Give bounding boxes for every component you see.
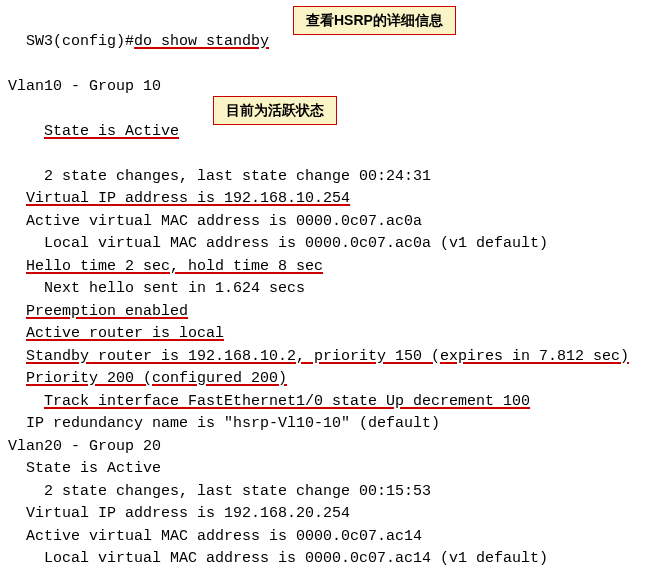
output-line: State is Active 目前为活跃状态 [8, 98, 649, 166]
output-line: State is Active [8, 458, 649, 481]
annotation-active-state: 目前为活跃状态 [213, 96, 337, 125]
output-line: Local virtual MAC address is 0000.0c07.a… [8, 548, 649, 571]
output-line: Virtual IP address is 192.168.10.254 [8, 188, 649, 211]
output-line: Priority 200 (configured 200) [8, 368, 649, 391]
annotation-hsrp-detail: 查看HSRP的详细信息 [293, 6, 456, 35]
output-line: Active virtual MAC address is 0000.0c07.… [8, 211, 649, 234]
output-line: IP redundancy name is "hsrp-Vl10-10" (de… [8, 413, 649, 436]
output-line: Vlan20 - Group 20 [8, 436, 649, 459]
output-line: Track interface FastEthernet1/0 state Up… [8, 391, 649, 414]
output-line: 2 state changes, last state change 00:24… [8, 166, 649, 189]
state-active: State is Active [44, 123, 179, 140]
prompt: SW3(config)# [26, 33, 134, 50]
command: do show standby [134, 33, 269, 50]
output-line: Active router is local [8, 323, 649, 346]
preemption: Preemption enabled [26, 303, 188, 320]
output-line: Local virtual MAC address is 0000.0c07.a… [8, 233, 649, 256]
output-line: Preemption enabled [8, 301, 649, 324]
output-line: Vlan10 - Group 10 [8, 76, 649, 99]
output-line: 2 state changes, last state change 00:15… [8, 481, 649, 504]
output-line: Hello time 2 sec, hold time 8 sec [8, 256, 649, 279]
priority: Priority 200 (configured 200) [26, 370, 287, 387]
output-line: Standby router is 192.168.10.2, priority… [8, 346, 649, 369]
active-router: Active router is local [26, 325, 224, 342]
cli-line: SW3(config)#do show standby 查看HSRP的详细信息 [8, 8, 649, 76]
virtual-ip: Virtual IP address is 192.168.10.254 [26, 190, 350, 207]
output-line: Active virtual MAC address is 0000.0c07.… [8, 526, 649, 549]
output-line: Virtual IP address is 192.168.20.254 [8, 503, 649, 526]
track-interface: Track interface FastEthernet1/0 state Up… [44, 393, 530, 410]
output-line: Next hello sent in 1.624 secs [8, 278, 649, 301]
standby-router: Standby router is 192.168.10.2, priority… [26, 348, 629, 365]
hello-time: Hello time 2 sec, hold time 8 sec [26, 258, 323, 275]
